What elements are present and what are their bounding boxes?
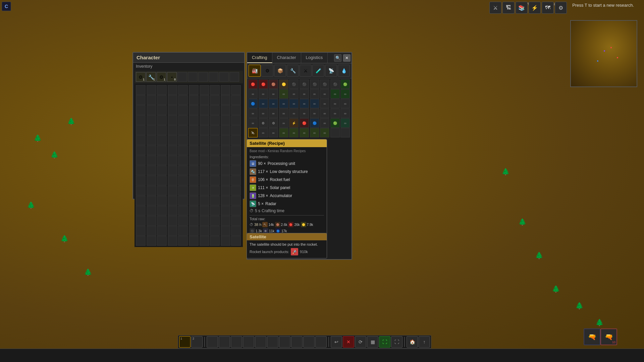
inv-cell-21[interactable] — [147, 186, 156, 195]
recipe-item[interactable]: 🔴 — [300, 118, 309, 128]
recipe-item[interactable]: ⚫ — [320, 79, 329, 89]
recipe-item[interactable]: ∞ — [320, 128, 329, 137]
inv-cell-30[interactable] — [136, 115, 146, 125]
inv-cell-56[interactable] — [200, 135, 209, 145]
recipe-item[interactable]: ∞ — [248, 109, 258, 118]
inv-cell-57[interactable] — [210, 135, 220, 145]
hotbar-empty-10[interactable] — [315, 336, 327, 348]
recipe-satellite-selected[interactable]: 🛰 — [248, 128, 258, 137]
inv-cell-18[interactable] — [221, 95, 230, 105]
inv-cell-63[interactable] — [168, 145, 177, 155]
recipe-item[interactable]: 🟢 — [340, 79, 350, 89]
inv-cell-12[interactable] — [157, 95, 167, 105]
recipe-item[interactable]: ∞ — [340, 99, 350, 108]
inv-cell-60[interactable] — [136, 145, 146, 155]
inv-cell-64[interactable] — [178, 226, 188, 236]
inv-cell-71[interactable] — [147, 236, 156, 246]
inv-cell-73[interactable] — [168, 236, 177, 246]
inv-cell-78[interactable] — [221, 236, 230, 246]
recipe-item[interactable]: ∞ — [340, 109, 350, 118]
inv-cell-42[interactable] — [157, 206, 167, 216]
inv-cell-25[interactable] — [189, 186, 199, 195]
inv-cell-58[interactable] — [221, 216, 230, 226]
inv-cell-6[interactable] — [200, 166, 209, 175]
inv-cell-34[interactable] — [178, 196, 188, 205]
hotbar-slot-1[interactable]: 1 — [179, 336, 191, 348]
inv-cell-74[interactable] — [178, 156, 188, 165]
expand-button[interactable]: ⛶ — [391, 336, 402, 348]
inv-cell-2[interactable] — [157, 85, 167, 95]
recipe-item[interactable]: ∞ — [289, 89, 299, 99]
recipe-item[interactable]: ⚫ — [300, 79, 309, 89]
tab-logistics[interactable]: Logistics — [301, 53, 328, 63]
inv-cell-52[interactable] — [157, 135, 167, 145]
inv-cell-35[interactable] — [189, 115, 199, 125]
filter-signals[interactable]: 📡 — [325, 65, 337, 77]
inv-cell-18[interactable] — [221, 176, 230, 185]
inv-cell-43[interactable] — [168, 206, 177, 216]
inv-cell-63[interactable] — [168, 226, 177, 236]
inv-cell-8[interactable] — [221, 85, 230, 95]
hotbar-empty-1[interactable] — [207, 336, 218, 348]
inv-cell-79[interactable] — [231, 156, 241, 165]
recipe-item[interactable]: ∞ — [259, 99, 268, 108]
inv-cell-26[interactable] — [200, 105, 209, 115]
inv-cell-4[interactable] — [178, 166, 188, 175]
confirm-button[interactable]: ⛶ — [379, 336, 390, 348]
inv-cell-10[interactable] — [136, 95, 146, 105]
inv-cell-21[interactable] — [147, 105, 156, 115]
inv-cell-49[interactable] — [231, 206, 241, 216]
inv-cell-26[interactable] — [200, 186, 209, 195]
recipe-item[interactable]: ∞ — [259, 109, 268, 118]
inv-cell-52[interactable] — [157, 216, 167, 226]
inv-cell-59[interactable] — [231, 135, 241, 145]
recipe-item[interactable]: ∞ — [269, 99, 278, 108]
recipe-item[interactable]: 🔴 — [259, 79, 268, 89]
hotbar-empty-6[interactable] — [267, 336, 278, 348]
filter-fluids[interactable]: 💧 — [338, 65, 350, 77]
hotbar-empty-2[interactable] — [219, 336, 230, 348]
inv-cell-5[interactable] — [189, 166, 199, 175]
recipe-item[interactable]: 🔵 — [310, 118, 319, 128]
inv-cell-43[interactable] — [168, 125, 177, 135]
inv-cell-17[interactable] — [210, 95, 220, 105]
inv-cell-56[interactable] — [200, 216, 209, 226]
inv-cell-69[interactable] — [231, 226, 241, 236]
inv-cell-54[interactable] — [178, 216, 188, 226]
inv-cell-9[interactable] — [231, 85, 241, 95]
inv-cell-59[interactable] — [231, 216, 241, 226]
inv-cell-48[interactable] — [221, 206, 230, 216]
hotbar-empty-3[interactable] — [231, 336, 242, 348]
inv-cell-29[interactable] — [231, 186, 241, 195]
recipe-item[interactable]: ∞ — [310, 99, 319, 108]
recipe-item[interactable]: 🟢 — [330, 118, 340, 128]
equipment-slot-1[interactable]: ⚙ 1 — [136, 72, 146, 82]
inv-cell-54[interactable] — [178, 135, 188, 145]
inv-cell-46[interactable] — [200, 125, 209, 135]
inv-cell-22[interactable] — [157, 186, 167, 195]
inv-cell-38[interactable] — [221, 115, 230, 125]
inv-cell-37[interactable] — [210, 115, 220, 125]
inv-cell-51[interactable] — [147, 216, 156, 226]
inv-cell-9[interactable] — [231, 166, 241, 175]
inv-cell-30[interactable] — [136, 196, 146, 205]
inv-cell-32[interactable] — [157, 115, 167, 125]
recipe-item[interactable]: ∞ — [320, 99, 329, 108]
inv-cell-8[interactable] — [221, 166, 230, 175]
inv-cell-0[interactable] — [136, 166, 146, 175]
inv-cell-44[interactable] — [178, 206, 188, 216]
inv-cell-37[interactable] — [210, 196, 220, 205]
inv-cell-40[interactable] — [136, 206, 146, 216]
inv-cell-47[interactable] — [210, 125, 220, 135]
filter-military[interactable]: ⚔ — [300, 65, 312, 77]
recipe-item[interactable]: ∞ — [279, 109, 288, 118]
inv-cell-67[interactable] — [210, 226, 220, 236]
equipment-slot-8[interactable] — [209, 72, 218, 82]
inv-cell-53[interactable] — [168, 216, 177, 226]
filter-tech[interactable]: 🧪 — [312, 65, 324, 77]
inv-cell-11[interactable] — [147, 176, 156, 185]
app-logo[interactable]: C — [2, 2, 11, 11]
secondary-weapon-slot[interactable]: 🔫 — [584, 328, 600, 345]
inv-cell-25[interactable] — [189, 105, 199, 115]
recipe-item[interactable]: ∞ — [269, 128, 278, 137]
